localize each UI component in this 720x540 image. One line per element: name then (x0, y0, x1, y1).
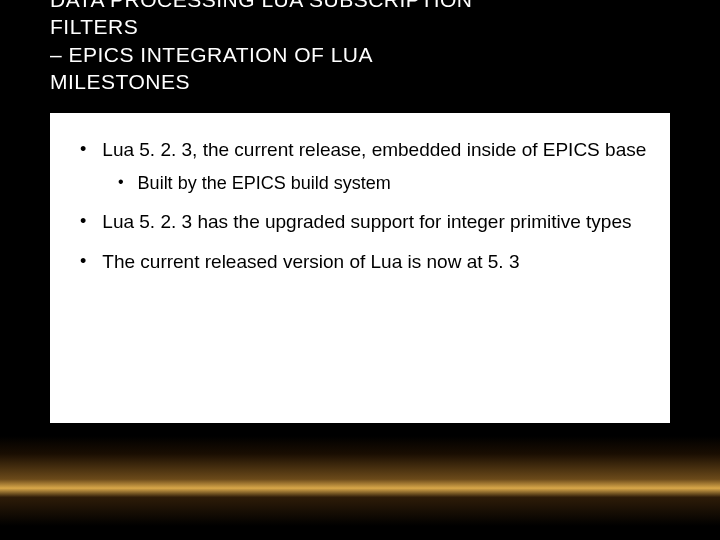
header-line-3: – EPICS INTEGRATION OF LUA (50, 41, 670, 68)
decorative-gradient-band (0, 436, 720, 526)
header-line-4: MILESTONES (50, 68, 670, 95)
bullet-text: Lua 5. 2. 3 has the upgraded support for… (102, 209, 631, 235)
list-item: • Lua 5. 2. 3 has the upgraded support f… (70, 209, 650, 235)
slide-content: • Lua 5. 2. 3, the current release, embe… (50, 113, 670, 423)
bullet-text: The current released version of Lua is n… (102, 249, 519, 275)
header-line-2: FILTERS (50, 13, 670, 40)
list-item: • Lua 5. 2. 3, the current release, embe… (70, 137, 650, 163)
bullet-text: Lua 5. 2. 3, the current release, embedd… (102, 137, 646, 163)
slide-header: DATA PROCESSING LUA SUBSCRIPTION FILTERS… (50, 0, 670, 95)
slide: DATA PROCESSING LUA SUBSCRIPTION FILTERS… (0, 0, 720, 526)
list-item-sub: • Built by the EPICS build system (70, 171, 650, 195)
bullet-text: Built by the EPICS build system (138, 171, 391, 195)
header-line-1: DATA PROCESSING LUA SUBSCRIPTION (50, 0, 670, 13)
bullet-icon: • (118, 171, 124, 193)
list-item: • The current released version of Lua is… (70, 249, 650, 275)
bullet-icon: • (80, 209, 86, 234)
bullet-icon: • (80, 249, 86, 274)
bullet-icon: • (80, 137, 86, 162)
